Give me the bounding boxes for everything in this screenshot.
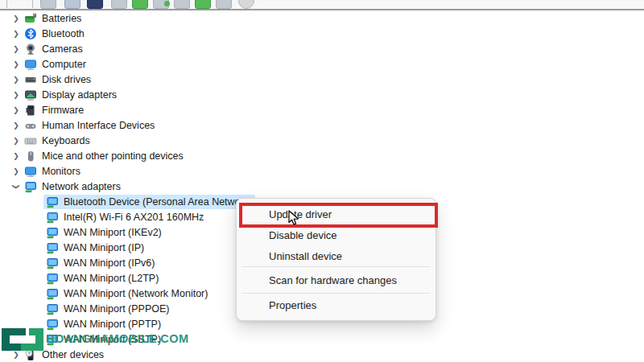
toolbar-separator (32, 0, 33, 8)
tree-item-inner: Display adapters (22, 88, 120, 102)
chevron-right-icon[interactable]: ❯ (11, 167, 21, 175)
tree-item-inner: WAN Miniport (PPPOE) (43, 302, 173, 316)
tree-item-label: WAN Miniport (L2TP) (64, 272, 159, 285)
mouse-icon (24, 150, 37, 162)
tree-item-inner: WAN Miniport (L2TP) (43, 271, 162, 286)
chevron-right-icon[interactable]: ❯ (11, 30, 21, 38)
tree-item-inner: Monitors (22, 164, 84, 179)
toolbar-button[interactable] (64, 0, 80, 9)
tree-item-human-interface-devices[interactable]: ❯Human Interface Devices (0, 117, 644, 133)
tree-item-inner: Intel(R) Wi-Fi 6 AX201 160MHz (43, 210, 207, 224)
tree-item-label: Keyboards (42, 134, 90, 147)
tree-item-inner: WAN Miniport (IPv6) (43, 256, 158, 270)
bluetooth-icon (24, 27, 37, 40)
tree-item-inner: Batteries (22, 11, 85, 26)
tree-item-bluetooth[interactable]: ❯Bluetooth (0, 26, 644, 41)
tree-item-cameras[interactable]: ❯Cameras (0, 41, 644, 56)
watermark-logo (0, 326, 45, 353)
tree-item-inner: Firmware (22, 103, 87, 117)
monitor-icon (24, 165, 37, 178)
tree-item-label: WAN Miniport (PPTP) (64, 318, 161, 331)
network-icon (46, 226, 59, 239)
toolbar-button[interactable] (132, 0, 148, 9)
toolbar (0, 0, 644, 10)
menu-item-label: Uninstall device (269, 250, 342, 262)
menu-item-label: Disable device (269, 229, 337, 241)
toolbar-button[interactable] (195, 0, 211, 9)
network-icon (46, 318, 59, 331)
tree-item-disk-drives[interactable]: ❯Disk drives (0, 72, 644, 87)
chevron-right-icon[interactable]: ❯ (11, 60, 21, 68)
tree-item-inner: WAN Miniport (IP) (43, 241, 147, 255)
toolbar-button[interactable] (111, 0, 127, 9)
tree-item-label: WAN Miniport (IPv6) (64, 257, 155, 269)
tree-item-inner: WAN Miniport (IKEv2) (43, 225, 165, 240)
chevron-right-icon[interactable]: ❯ (11, 152, 21, 160)
tree-item-label: Bluetooth Device (Personal Area Network) (64, 195, 252, 208)
chevron-down-icon[interactable]: ❯ (12, 182, 20, 191)
tree-item-inner: Bluetooth Device (Personal Area Network) (43, 195, 255, 209)
menu-item-disable-device[interactable]: Disable device (237, 224, 436, 245)
tree-item-inner: Human Interface Devices (22, 118, 158, 133)
tree-item-network-adapters[interactable]: ❯Network adapters (0, 179, 644, 194)
toolbar-button[interactable] (40, 0, 56, 9)
tree-item-keyboards[interactable]: ❯Keyboards (0, 133, 644, 148)
tree-item-label: Batteries (42, 12, 81, 25)
tree-item-label: Disk drives (42, 73, 91, 86)
toolbar-button[interactable] (174, 0, 190, 9)
keyboard-icon (24, 134, 37, 147)
network-icon (46, 195, 59, 208)
toolbar-button[interactable] (153, 0, 169, 9)
toolbar-separator (6, 0, 7, 8)
battery-icon (24, 12, 37, 25)
tree-item-firmware[interactable]: ❯Firmware (0, 102, 644, 117)
toolbar-button[interactable] (216, 0, 232, 9)
tree-item-inner: Disk drives (22, 72, 94, 87)
chevron-right-icon[interactable]: ❯ (11, 121, 21, 130)
tree-item-inner: Network adapters (22, 179, 124, 194)
tree-item-computer[interactable]: ❯Computer (0, 56, 644, 72)
hid-icon (24, 119, 37, 132)
tree-item-inner: WAN Miniport (PPTP) (43, 317, 164, 331)
chevron-right-icon[interactable]: ❯ (11, 137, 21, 145)
tree-item-monitors[interactable]: ❯Monitors (0, 163, 644, 179)
tree-item-label: Human Interface Devices (42, 119, 155, 132)
menu-item-label: Update driver (269, 208, 332, 220)
chevron-right-icon[interactable]: ❯ (11, 14, 21, 23)
tree-item-inner: Mice and other pointing devices (22, 149, 187, 163)
chevron-right-icon[interactable]: ❯ (11, 106, 21, 114)
chevron-right-icon[interactable]: ❯ (11, 76, 21, 84)
tree-item-label: Monitors (42, 165, 80, 178)
tree-item-label: Computer (42, 58, 86, 71)
tree-item-mice-and-other-pointing-devices[interactable]: ❯Mice and other pointing devices (0, 148, 644, 163)
menu-item-update-driver[interactable]: Update driver (237, 204, 436, 224)
watermark-text: HOANGHAMOBILE.COM (46, 332, 189, 345)
network-icon (46, 241, 59, 254)
menu-item-scan-for-hardware-changes[interactable]: Scan for hardware changes (237, 267, 436, 293)
tree-item-label: WAN Miniport (IP) (64, 241, 144, 254)
tree-item-other-devices[interactable]: ❯Other devices (0, 347, 644, 362)
tree-item-batteries[interactable]: ❯Batteries (0, 10, 644, 26)
tree-item-label: WAN Miniport (Network Monitor) (64, 287, 208, 300)
tree-item-inner: Keyboards (22, 134, 93, 148)
menu-item-label: Properties (269, 299, 316, 311)
tree-item-label: WAN Miniport (PPPOE) (64, 302, 170, 315)
tree-item-label: Other devices (42, 348, 104, 361)
toolbar-button[interactable] (238, 0, 254, 9)
toolbar-button[interactable] (87, 0, 103, 9)
tree-item-label: Network adapters (42, 180, 121, 193)
menu-item-properties[interactable]: Properties (237, 294, 436, 317)
context-menu: Update driverDisable deviceUninstall dev… (236, 198, 436, 321)
menu-item-uninstall-device[interactable]: Uninstall device (237, 245, 436, 266)
tree-item-inner: WAN Miniport (Network Monitor) (43, 286, 211, 301)
network-icon (46, 211, 59, 224)
disk-icon (24, 73, 37, 86)
chevron-right-icon[interactable]: ❯ (11, 91, 21, 99)
tree-item-inner: Cameras (22, 42, 86, 56)
chevron-right-icon[interactable]: ❯ (11, 45, 21, 53)
tree-item-inner: Computer (22, 57, 89, 72)
tree-item-display-adapters[interactable]: ❯Display adapters (0, 87, 644, 102)
tree-item-label: Display adapters (42, 88, 117, 101)
network-icon (46, 257, 59, 269)
tree-item-label: Bluetooth (42, 27, 85, 40)
